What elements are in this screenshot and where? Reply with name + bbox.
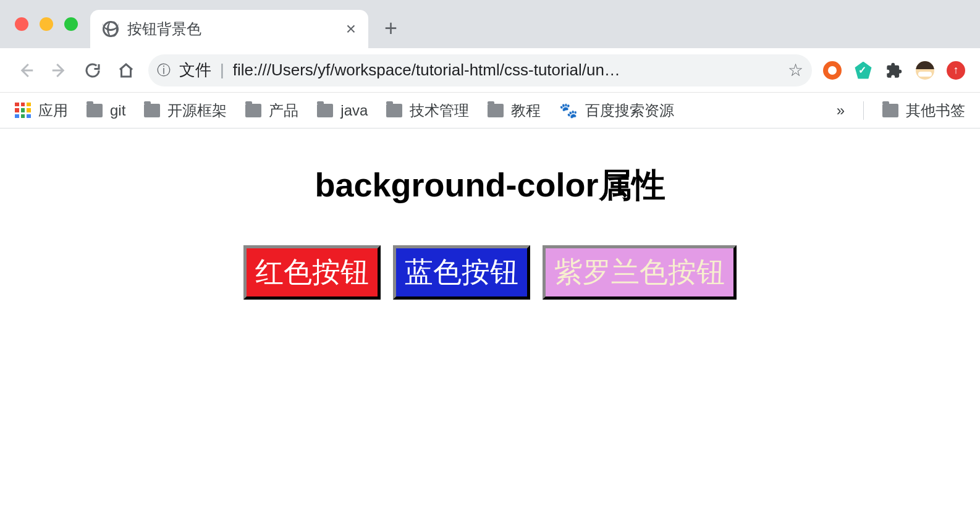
- toolbar: ⓘ 文件 | file:///Users/yf/workspace/tutori…: [0, 48, 980, 93]
- other-bookmarks-folder[interactable]: 其他书签: [882, 101, 965, 120]
- bookmark-label: 技术管理: [410, 101, 469, 120]
- folder-icon: [386, 104, 402, 117]
- bookmark-baidu[interactable]: 🐾 百度搜索资源: [559, 101, 674, 120]
- bookmark-star-button[interactable]: ☆: [788, 60, 803, 80]
- profile-avatar[interactable]: [916, 61, 934, 80]
- forward-button[interactable]: [48, 59, 70, 82]
- baidu-icon: 🐾: [559, 102, 578, 119]
- bookmark-label: 产品: [269, 101, 298, 120]
- titlebar: 按钮背景色 × +: [0, 0, 980, 48]
- folder-icon: [317, 104, 333, 117]
- arrow-left-icon: [17, 61, 35, 80]
- extension-update-icon[interactable]: ↑: [947, 61, 965, 80]
- extension-circle-icon[interactable]: [823, 61, 842, 80]
- bookmark-folder-product[interactable]: 产品: [245, 101, 298, 120]
- back-button[interactable]: [15, 59, 37, 82]
- page-heading: background-color属性: [0, 163, 980, 208]
- bookmark-label: 百度搜索资源: [585, 101, 674, 120]
- apps-grid-icon: [15, 103, 31, 119]
- tab-title: 按钮背景色: [127, 19, 337, 39]
- red-button[interactable]: 红色按钮: [243, 245, 381, 300]
- bookmark-label: java: [340, 102, 368, 119]
- reload-icon: [83, 61, 102, 80]
- reload-button[interactable]: [82, 59, 104, 82]
- divider: [863, 101, 864, 120]
- extensions-button[interactable]: [885, 61, 903, 80]
- home-icon: [117, 61, 135, 80]
- browser-tab[interactable]: 按钮背景色 ×: [90, 10, 368, 48]
- bookmarks-overflow-button[interactable]: »: [837, 102, 845, 119]
- url-scheme-label: 文件: [179, 59, 211, 81]
- address-bar[interactable]: ⓘ 文件 | file:///Users/yf/workspace/tutori…: [148, 54, 812, 86]
- bookmark-label: 开源框架: [167, 101, 227, 120]
- bookmark-folder-techmgmt[interactable]: 技术管理: [386, 101, 469, 120]
- folder-icon: [87, 104, 103, 117]
- folder-icon: [245, 104, 261, 117]
- window-close-button[interactable]: [15, 17, 28, 31]
- blue-button[interactable]: 蓝色按钮: [393, 245, 530, 300]
- folder-icon: [144, 104, 160, 117]
- close-tab-button[interactable]: ×: [346, 20, 356, 38]
- window-minimize-button[interactable]: [40, 17, 53, 31]
- bookmarks-bar: 应用 git 开源框架 产品 java 技术管理 教程 🐾 百度搜索资源: [0, 93, 980, 128]
- extension-icons: ↑: [823, 61, 965, 80]
- window-controls: [15, 17, 78, 31]
- separator: |: [220, 61, 224, 80]
- bookmark-folder-opensource[interactable]: 开源框架: [144, 101, 227, 120]
- window-maximize-button[interactable]: [64, 17, 78, 31]
- overflow-label: »: [837, 102, 845, 119]
- url-text: file:///Users/yf/workspace/tutorial-html…: [233, 61, 779, 80]
- arrow-right-icon: [50, 61, 69, 80]
- bookmark-apps-label: 应用: [38, 101, 68, 120]
- folder-icon: [488, 104, 504, 117]
- bookmark-folder-git[interactable]: git: [87, 102, 125, 119]
- bookmark-label: 教程: [511, 101, 541, 120]
- puzzle-icon: [885, 62, 903, 79]
- bookmark-folder-java[interactable]: java: [317, 102, 368, 119]
- site-info-icon[interactable]: ⓘ: [157, 61, 171, 80]
- bookmark-label: 其他书签: [906, 101, 965, 120]
- browser-window: 按钮背景色 × + ⓘ 文件 | file:///Users/yf/worksp…: [0, 0, 980, 530]
- violet-button[interactable]: 紫罗兰色按钮: [543, 245, 737, 300]
- page-content: background-color属性 红色按钮 蓝色按钮 紫罗兰色按钮: [0, 128, 980, 300]
- bookmark-apps[interactable]: 应用: [15, 101, 68, 120]
- extension-shield-icon[interactable]: [854, 62, 872, 79]
- folder-icon: [882, 104, 898, 117]
- home-button[interactable]: [115, 59, 137, 82]
- bookmark-folder-tutorial[interactable]: 教程: [488, 101, 541, 120]
- tabstrip: 按钮背景色 × +: [90, 10, 397, 48]
- bookmark-label: git: [110, 102, 125, 119]
- new-tab-button[interactable]: +: [384, 17, 397, 40]
- page-viewport: background-color属性 红色按钮 蓝色按钮 紫罗兰色按钮: [0, 128, 980, 530]
- globe-icon: [103, 21, 119, 37]
- button-row: 红色按钮 蓝色按钮 紫罗兰色按钮: [0, 245, 980, 300]
